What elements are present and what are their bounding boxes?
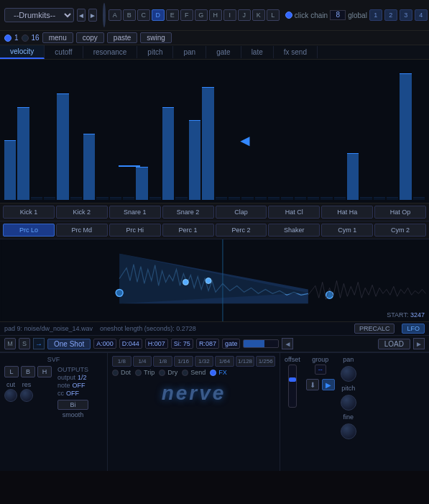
- tab-fxsend[interactable]: fx send: [274, 46, 318, 58]
- pad-cym2[interactable]: Cym 2: [374, 224, 426, 237]
- s-button[interactable]: S: [19, 338, 30, 349]
- load-nav-right[interactable]: ►: [413, 338, 425, 349]
- pad-snare1[interactable]: Snare 1: [109, 206, 161, 219]
- chain-value[interactable]: 8: [330, 10, 346, 20]
- l-button[interactable]: L: [4, 366, 19, 377]
- seq-bar-26[interactable]: [347, 153, 359, 200]
- nav-right-btn[interactable]: ►: [88, 9, 97, 22]
- pad-prclo[interactable]: Prc Lo: [3, 224, 55, 237]
- pad-perc2[interactable]: Perc 2: [216, 224, 267, 237]
- drumkit-select[interactable]: --Drumkits--: [4, 8, 74, 22]
- seq-bar-4[interactable]: [57, 93, 68, 200]
- offset-slider[interactable]: [288, 365, 297, 408]
- seq-bar-10[interactable]: [136, 167, 147, 200]
- m-button[interactable]: M: [4, 338, 16, 349]
- menu-button[interactable]: menu: [42, 32, 73, 43]
- letter-c[interactable]: C: [137, 9, 150, 21]
- tab-resonance[interactable]: resonance: [83, 46, 138, 58]
- seq-bar-24[interactable]: [320, 197, 332, 200]
- tab-cutoff[interactable]: cutoff: [45, 46, 83, 58]
- seq-bar-5[interactable]: [70, 197, 82, 200]
- pitch-knob[interactable]: [341, 395, 356, 411]
- num1-radio[interactable]: [4, 35, 11, 42]
- pad-kick1[interactable]: Kick 1: [3, 206, 55, 219]
- gate-param[interactable]: gate: [222, 339, 241, 349]
- res-knob[interactable]: [20, 389, 33, 402]
- dot-radio[interactable]: Dot: [112, 369, 131, 376]
- sequencer-area[interactable]: ◄: [0, 60, 429, 203]
- pad-prchi[interactable]: Prc Hi: [109, 224, 161, 237]
- fine-knob[interactable]: [341, 423, 356, 439]
- bi-button[interactable]: Bi: [57, 400, 88, 410]
- copy-button[interactable]: copy: [76, 32, 104, 43]
- div-1-4[interactable]: 1/4: [133, 356, 152, 367]
- seq-bar-30[interactable]: [400, 73, 411, 200]
- letter-j[interactable]: J: [238, 9, 251, 21]
- send-radio[interactable]: Send: [182, 369, 206, 376]
- seq-bar-27[interactable]: [360, 197, 372, 200]
- main-knob[interactable]: [103, 3, 106, 27]
- num3-btn[interactable]: 3: [400, 9, 412, 21]
- seq-bar-22[interactable]: [295, 197, 306, 200]
- seq-bar-1[interactable]: [17, 107, 29, 201]
- icon-btn-2[interactable]: ▶: [322, 379, 335, 390]
- num1-btn[interactable]: 1: [369, 9, 382, 21]
- pad-hatcl[interactable]: Hat Cl: [268, 206, 320, 219]
- pan-knob[interactable]: [341, 366, 356, 382]
- div-1-16[interactable]: 1/16: [174, 356, 193, 367]
- seq-bar-0[interactable]: [4, 140, 16, 200]
- div-1-128[interactable]: 1/128: [236, 356, 255, 367]
- load-button[interactable]: LOAD: [378, 339, 410, 349]
- seq-bar-14[interactable]: [189, 120, 200, 200]
- div-1-8b[interactable]: 1/8: [153, 356, 172, 367]
- letter-g[interactable]: G: [195, 9, 208, 21]
- seq-bar-3[interactable]: [44, 197, 55, 200]
- seq-bar-28[interactable]: [374, 197, 385, 200]
- hold-param[interactable]: H:007: [145, 339, 168, 349]
- oneshot-button[interactable]: One Shot: [47, 339, 91, 349]
- letter-h[interactable]: H: [209, 9, 222, 21]
- seq-bar-12[interactable]: [162, 107, 174, 201]
- letter-f[interactable]: F: [180, 9, 193, 21]
- seq-bar-9[interactable]: [123, 197, 134, 200]
- h-button[interactable]: H: [37, 366, 52, 377]
- tab-pitch[interactable]: pitch: [137, 46, 173, 58]
- swing-button[interactable]: swing: [140, 32, 172, 43]
- seq-bar-21[interactable]: [281, 197, 292, 200]
- attack-param[interactable]: A:000: [93, 339, 116, 349]
- letter-d[interactable]: D: [152, 9, 165, 21]
- seq-bar-25[interactable]: [334, 197, 346, 200]
- seq-bar-6[interactable]: [83, 134, 95, 201]
- div-1-8[interactable]: 1/8: [112, 356, 132, 367]
- letter-b[interactable]: B: [123, 9, 136, 21]
- pad-prcmd[interactable]: Prc Md: [56, 224, 108, 237]
- pad-shaker[interactable]: Shaker: [268, 224, 320, 237]
- letter-i[interactable]: I: [223, 9, 236, 21]
- seq-bar-23[interactable]: [308, 197, 319, 200]
- tab-pan[interactable]: pan: [173, 46, 206, 58]
- num2-btn[interactable]: 2: [384, 9, 397, 21]
- tab-velocity[interactable]: velocity: [0, 45, 45, 59]
- b-button[interactable]: B: [21, 366, 35, 377]
- fx-radio[interactable]: FX: [210, 369, 227, 376]
- release-param[interactable]: R:087: [196, 339, 219, 349]
- seq-bar-19[interactable]: [255, 197, 267, 200]
- seq-bar-8[interactable]: [110, 197, 121, 200]
- letter-a[interactable]: A: [109, 9, 121, 21]
- paste-button[interactable]: paste: [107, 32, 137, 43]
- seq-bar-16[interactable]: [216, 197, 227, 200]
- seq-bar-17[interactable]: [229, 197, 240, 200]
- tab-late[interactable]: late: [241, 46, 274, 58]
- letter-e[interactable]: E: [166, 9, 179, 21]
- seq-bar-18[interactable]: [241, 197, 253, 200]
- trip-radio[interactable]: Trip: [135, 369, 154, 376]
- div-1-256[interactable]: 1/256: [256, 356, 275, 367]
- pad-hatop[interactable]: Hat Op: [374, 206, 426, 219]
- decay-param[interactable]: D:044: [119, 339, 142, 349]
- pad-snare2[interactable]: Snare 2: [162, 206, 214, 219]
- seq-bar-2[interactable]: [31, 197, 42, 200]
- tab-gate[interactable]: gate: [206, 46, 241, 58]
- lfo-button[interactable]: LFO: [402, 324, 425, 334]
- pad-perc1[interactable]: Perc 1: [162, 224, 214, 237]
- seq-bar-31[interactable]: [413, 197, 425, 200]
